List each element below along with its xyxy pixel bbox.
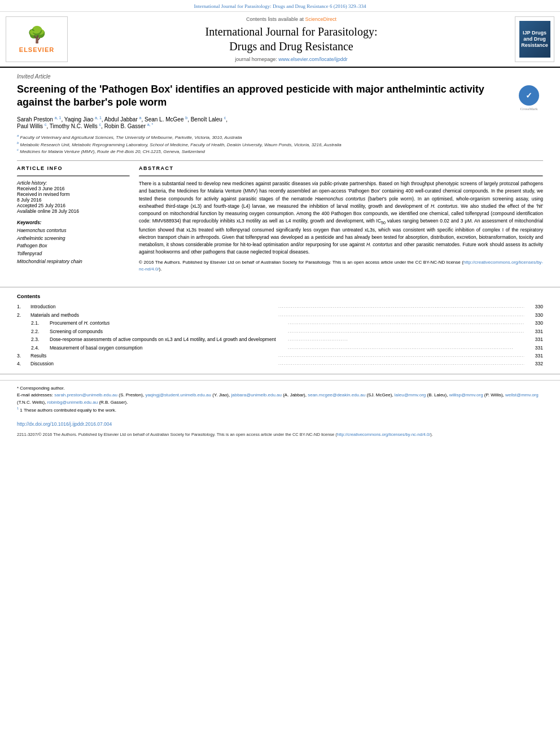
contents-dots: ................................. [288, 335, 524, 343]
header: 🌳 ELSEVIER Contents lists available at S… [0, 12, 560, 68]
keywords-label: Keywords: [17, 220, 130, 225]
contents-page: 330 [526, 303, 543, 311]
contents-item-1: 1. Introduction ........................… [17, 303, 543, 311]
contents-page: 330 [526, 319, 543, 327]
ijp-logo: IJP Drugs and Drug Resistance [519, 21, 550, 58]
contents-dots: ........................................… [288, 327, 524, 335]
received-revised-date: 8 July 2016 [17, 197, 130, 203]
article-title: Screening of the 'Pathogen Box' identifi… [17, 83, 485, 110]
contents-label: Materials and methods [30, 311, 277, 319]
contents-title: Contents [17, 293, 543, 299]
journal-citation: International Journal for Parasitology: … [194, 3, 366, 9]
affiliation-b: b Metabolic Research Unit, Metabolic Rep… [17, 141, 543, 148]
contents-page: 330 [526, 311, 543, 319]
email-yaqing[interactable]: yaqingj@student.unimelb.edu.au [145, 392, 211, 397]
homepage-link[interactable]: www.elsevier.com/locate/ijpddr [278, 56, 348, 62]
header-center: Contents lists available at ScienceDirec… [73, 16, 509, 62]
contents-label: Introduction [30, 303, 277, 311]
email-laleu[interactable]: laleu@mmv.org [395, 392, 426, 397]
email-sean[interactable]: sean.mcgee@deakin.edu.au [308, 392, 365, 397]
contents-num: 1. [17, 303, 30, 311]
keyword-1: Haemonchus contortus [17, 227, 130, 235]
keyword-5: Mitochondrial respiratory chain [17, 258, 130, 266]
doi-link[interactable]: http://dx.doi.org/10.1016/j.ijpddr.2016.… [17, 421, 112, 427]
history-label: Article history: [17, 180, 130, 186]
contents-item-2-3: 2.3. Dose-response assessments of active… [17, 335, 543, 343]
contents-dots: ........................................… [288, 319, 524, 327]
contents-section: Contents 1. Introduction ...............… [0, 293, 560, 368]
contents-sub-num: 2.4. [27, 344, 50, 352]
contents-label: Results [30, 352, 277, 360]
keyword-4: Tolfenpyrad [17, 250, 130, 258]
footnote-1: 1 1 These authors contributed equally to… [17, 406, 543, 414]
elsevier-label: ELSEVIER [19, 46, 54, 53]
contents-dots: ........................................… [278, 352, 524, 360]
top-bar: International Journal for Parasitology: … [0, 0, 560, 12]
contents-item-3: 3. Results .............................… [17, 352, 543, 360]
crossmark-icon: ✓ [519, 85, 539, 106]
keyword-2: Anthelmintic screening [17, 235, 130, 243]
contents-item-2-4: 2.4. Measurement of basal oxygen consump… [17, 344, 543, 352]
sciencedirect-link[interactable]: ScienceDirect [305, 16, 337, 22]
cc-license-link[interactable]: http://creativecommons.org/licenses/by-n… [139, 260, 543, 272]
contents-item-2: 2. Materials and methods ...............… [17, 311, 543, 319]
crossmark-label: CrossMark [520, 107, 537, 111]
email-addresses: E-mail addresses: sarah.preston@unimelb.… [17, 392, 543, 406]
abstract-column: ABSTRACT There is a substantial need to … [139, 165, 543, 276]
accepted-date: Accepted 25 July 2016 [17, 203, 130, 208]
bottom-cc-link[interactable]: http://creativecommons.org/licenses/by-n… [337, 432, 431, 437]
contents-item-2-1: 2.1. Procurement of H. contortus .......… [17, 319, 543, 327]
affiliations: a Faculty of Veterinary and Agricultural… [17, 133, 543, 155]
email-wells[interactable]: wellst@mmv.org [505, 392, 539, 397]
contents-item-4: 4. Discussion ..........................… [17, 360, 543, 368]
ijp-logo-block: IJP Drugs and Drug Resistance [515, 16, 554, 62]
contents-dots: ........................................… [288, 344, 524, 352]
contents-page: 332 [526, 360, 543, 368]
contents-page: 331 [526, 335, 543, 343]
contents-sub-num: 2.1. [27, 319, 50, 327]
contents-sub-num: 2.3. [27, 335, 50, 343]
article-title-row: Screening of the 'Pathogen Box' identifi… [17, 83, 543, 111]
crossmark-block[interactable]: ✓ CrossMark [515, 85, 543, 111]
article-body: Invited Article Screening of the 'Pathog… [0, 68, 560, 281]
contents-num: 2. [17, 311, 30, 319]
email-jabbar[interactable]: jabbara@unimelb.edu.au [231, 392, 282, 397]
affiliation-a: a Faculty of Veterinary and Agricultural… [17, 133, 543, 141]
contents-page: 331 [526, 327, 543, 335]
journal-homepage: journal homepage: www.elsevier.com/locat… [235, 56, 348, 62]
email-willis[interactable]: willisp@mmv.org [449, 392, 483, 397]
email-gasser[interactable]: robinbg@unimelb.edu.au [47, 400, 98, 405]
received-date: Received 3 June 2016 [17, 186, 130, 191]
contents-dots: ........................................… [278, 311, 524, 319]
article-history: Article history: Received 3 June 2016 Re… [17, 180, 130, 214]
contents-label: Discussion [30, 360, 277, 368]
contents-dots: ........................................… [278, 360, 524, 368]
contents-dots: ........................................… [278, 303, 524, 311]
contents-num: 4. [17, 360, 30, 368]
contents-label: Screening of compounds [50, 327, 286, 335]
email-sarah[interactable]: sarah.preston@unimelb.edu.au [54, 392, 117, 397]
doi-section: http://dx.doi.org/10.1016/j.ijpddr.2016.… [0, 417, 560, 429]
affiliation-c: c Medicines for Malaria Venture (MMV), R… [17, 147, 543, 155]
elsevier-tree-icon: 🌳 [27, 25, 47, 44]
journal-title: International Journal for Parasitology: … [205, 24, 378, 54]
elsevier-logo-block: 🌳 ELSEVIER [6, 16, 68, 62]
received-revised-label: Received in revised form [17, 191, 130, 197]
corresponding-author: * Corresponding author. [17, 385, 543, 392]
article-info-header: ARTICLE INFO [17, 165, 130, 171]
article-info-column: ARTICLE INFO Article history: Received 3… [17, 165, 130, 276]
sciencedirect-line: Contents lists available at ScienceDirec… [246, 16, 336, 22]
keywords-block: Keywords: Haemonchus contortus Anthelmin… [17, 220, 130, 265]
abstract-text: There is a substantial need to develop n… [139, 180, 543, 273]
footnotes-section: * Corresponding author. E-mail addresses… [0, 380, 560, 417]
contents-label: Measurement of basal oxygen consumption [50, 344, 286, 352]
keyword-3: Pathogen Box [17, 242, 130, 250]
two-column-section: ARTICLE INFO Article history: Received 3… [17, 160, 543, 276]
authors: Sarah Preston a, 1, Yaqing Jiao a, 1, Ab… [17, 116, 543, 130]
contents-page: 331 [526, 344, 543, 352]
contents-list: 1. Introduction ........................… [17, 303, 543, 368]
contents-num: 3. [17, 352, 30, 360]
available-date: Available online 28 July 2016 [17, 208, 130, 214]
article-type-label: Invited Article [17, 73, 543, 80]
abstract-header: ABSTRACT [139, 165, 543, 171]
